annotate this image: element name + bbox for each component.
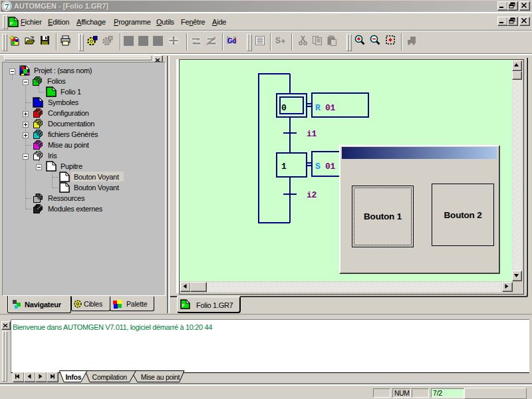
svg-text:!: ! [235, 37, 237, 45]
svg-text:1: 1 [281, 162, 287, 172]
svg-text:Compilation: Compilation [92, 373, 128, 381]
svg-text:0: 0 [281, 103, 287, 113]
svg-text:Infos: Infos [65, 373, 81, 381]
svg-text:Mise au point: Mise au point [141, 373, 180, 381]
svg-text:7: 7 [5, 1, 9, 11]
svg-text:S: S [275, 36, 281, 45]
svg-text:01: 01 [325, 103, 336, 113]
svg-text:i1: i1 [307, 129, 317, 139]
svg-text:R: R [315, 103, 321, 113]
svg-text:S: S [315, 162, 321, 172]
svg-text:i2: i2 [307, 190, 317, 200]
svg-text:01: 01 [325, 162, 336, 172]
svg-text:F: F [10, 21, 13, 27]
